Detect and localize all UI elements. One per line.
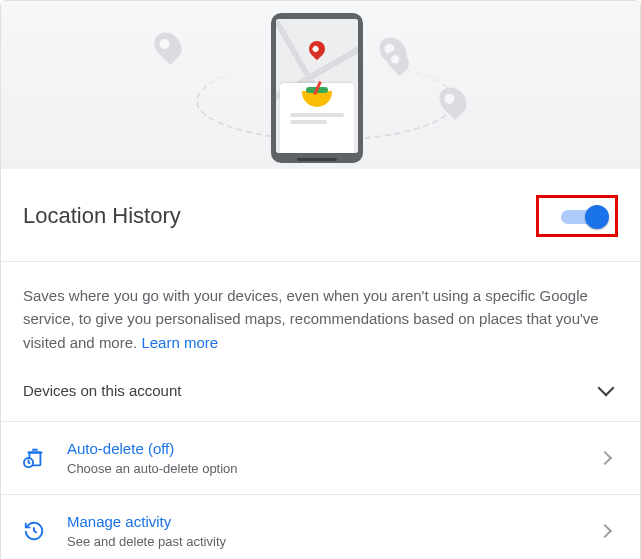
manage-activity-row[interactable]: Manage activity See and delete past acti… bbox=[1, 494, 640, 559]
description-body: Saves where you go with your devices, ev… bbox=[23, 287, 599, 351]
manage-activity-subtitle: See and delete past activity bbox=[67, 534, 600, 549]
description-text: Saves where you go with your devices, ev… bbox=[1, 262, 640, 374]
auto-delete-title: Auto-delete (off) bbox=[67, 440, 600, 457]
title-row: Location History bbox=[1, 169, 640, 261]
page-title: Location History bbox=[23, 203, 181, 229]
chevron-right-icon bbox=[598, 524, 612, 538]
learn-more-link[interactable]: Learn more bbox=[141, 334, 218, 351]
location-history-card: Location History Saves where you go with… bbox=[0, 0, 641, 559]
devices-on-account-row[interactable]: Devices on this account bbox=[1, 374, 640, 421]
phone-illustration bbox=[271, 13, 363, 163]
manage-activity-title: Manage activity bbox=[67, 513, 600, 530]
map-pin-icon bbox=[149, 27, 187, 65]
chevron-down-icon bbox=[598, 380, 615, 397]
auto-delete-row[interactable]: Auto-delete (off) Choose an auto-delete … bbox=[1, 421, 640, 494]
food-bowl-icon bbox=[302, 91, 332, 107]
devices-label: Devices on this account bbox=[23, 382, 181, 399]
auto-delete-icon bbox=[23, 447, 45, 469]
toggle-highlight-box bbox=[536, 195, 618, 237]
chevron-right-icon bbox=[598, 451, 612, 465]
hero-illustration bbox=[1, 1, 640, 169]
history-icon bbox=[23, 520, 45, 542]
location-history-toggle[interactable] bbox=[561, 206, 607, 228]
auto-delete-subtitle: Choose an auto-delete option bbox=[67, 461, 600, 476]
